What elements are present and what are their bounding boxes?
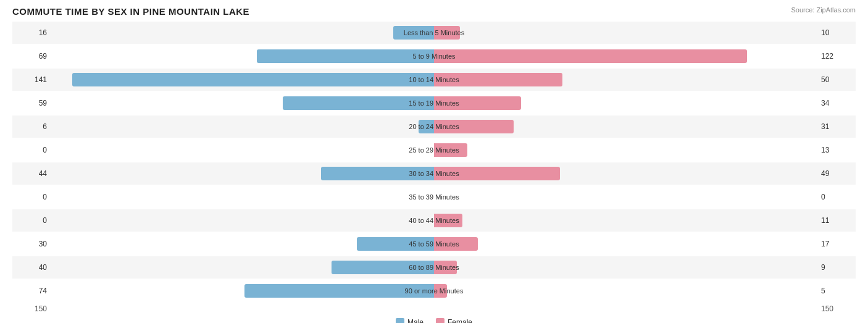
female-value: 10 xyxy=(819,28,856,37)
female-value: 5 xyxy=(819,287,856,295)
male-bar xyxy=(257,49,434,63)
female-value: 122 xyxy=(819,52,856,61)
male-value: 0 xyxy=(12,216,49,225)
chart-row: 040 to 44 Minutes11 xyxy=(12,209,856,232)
chart-row: 695 to 9 Minutes122 xyxy=(12,45,856,67)
bars-container: 35 to 39 Minutes xyxy=(49,186,819,208)
female-value: 17 xyxy=(819,240,856,248)
male-bar xyxy=(72,73,434,86)
male-color-box xyxy=(396,318,404,323)
row-label: 15 to 19 Minutes xyxy=(409,99,459,107)
chart-row: 025 to 29 Minutes13 xyxy=(12,139,856,161)
chart-row: 5915 to 19 Minutes34 xyxy=(12,92,856,114)
bars-container: 60 to 89 Minutes xyxy=(49,256,819,279)
male-value: 69 xyxy=(12,52,49,61)
bars-container: 5 to 9 Minutes xyxy=(49,45,819,67)
row-label: 40 to 44 Minutes xyxy=(409,217,459,224)
female-value: 9 xyxy=(819,263,856,272)
chart-area: 16Less than 5 Minutes10695 to 9 Minutes1… xyxy=(12,22,856,302)
bars-container: 10 to 14 Minutes xyxy=(49,69,819,91)
female-value: 0 xyxy=(819,193,856,201)
chart-title: COMMUTE TIME BY SEX IN PINE MOUNTAIN LAK… xyxy=(12,6,249,17)
chart-row: 4060 to 89 Minutes9 xyxy=(12,256,856,279)
bars-container: 20 to 24 Minutes xyxy=(49,115,819,138)
chart-row: 7490 or more Minutes5 xyxy=(12,280,856,302)
male-value: 16 xyxy=(12,28,49,37)
row-label: 5 to 9 Minutes xyxy=(412,52,455,60)
female-value: 11 xyxy=(819,216,856,225)
male-value: 141 xyxy=(12,75,49,84)
row-label: 10 to 14 Minutes xyxy=(409,76,459,83)
female-value: 49 xyxy=(819,169,856,178)
male-value: 0 xyxy=(12,193,49,201)
male-label: Male xyxy=(407,318,424,323)
source-label: Source: ZipAtlas.com xyxy=(791,6,856,14)
bars-container: 40 to 44 Minutes xyxy=(49,209,819,232)
male-value: 59 xyxy=(12,99,49,107)
bars-container: 90 or more Minutes xyxy=(49,280,819,302)
bars-container: 15 to 19 Minutes xyxy=(49,92,819,114)
legend: Male Female xyxy=(12,318,856,323)
female-label: Female xyxy=(448,318,472,323)
female-value: 31 xyxy=(819,122,856,131)
chart-row: 3045 to 59 Minutes17 xyxy=(12,233,856,255)
row-label: 25 to 29 Minutes xyxy=(409,146,459,154)
row-label: 60 to 89 Minutes xyxy=(409,264,459,271)
row-label: Less than 5 Minutes xyxy=(404,29,464,36)
bars-container: 45 to 59 Minutes xyxy=(49,233,819,255)
legend-female: Female xyxy=(436,318,472,323)
male-value: 0 xyxy=(12,146,49,154)
male-value: 40 xyxy=(12,263,49,272)
legend-male: Male xyxy=(396,318,424,323)
female-value: 13 xyxy=(819,146,856,154)
chart-row: 035 to 39 Minutes0 xyxy=(12,186,856,208)
row-label: 30 to 34 Minutes xyxy=(409,170,459,177)
female-value: 50 xyxy=(819,75,856,84)
chart-row: 4430 to 34 Minutes49 xyxy=(12,162,856,185)
row-label: 35 to 39 Minutes xyxy=(409,193,459,201)
row-label: 20 to 24 Minutes xyxy=(409,123,459,130)
bottom-axis: 150 150 xyxy=(12,304,856,313)
male-value: 30 xyxy=(12,240,49,248)
female-value: 34 xyxy=(819,99,856,107)
bars-container: 30 to 34 Minutes xyxy=(49,162,819,185)
axis-right-label: 150 xyxy=(819,304,856,313)
chart-row: 16Less than 5 Minutes10 xyxy=(12,22,856,44)
chart-wrapper: COMMUTE TIME BY SEX IN PINE MOUNTAIN LAK… xyxy=(12,6,856,323)
female-color-box xyxy=(436,318,444,323)
row-label: 90 or more Minutes xyxy=(405,287,464,295)
bars-container: Less than 5 Minutes xyxy=(49,22,819,44)
male-value: 44 xyxy=(12,169,49,178)
row-label: 45 to 59 Minutes xyxy=(409,240,459,248)
axis-left-label: 150 xyxy=(12,304,49,313)
male-value: 74 xyxy=(12,287,49,295)
chart-row: 620 to 24 Minutes31 xyxy=(12,115,856,138)
female-bar xyxy=(434,49,747,63)
bars-container: 25 to 29 Minutes xyxy=(49,139,819,161)
chart-row: 14110 to 14 Minutes50 xyxy=(12,69,856,91)
male-value: 6 xyxy=(12,122,49,131)
